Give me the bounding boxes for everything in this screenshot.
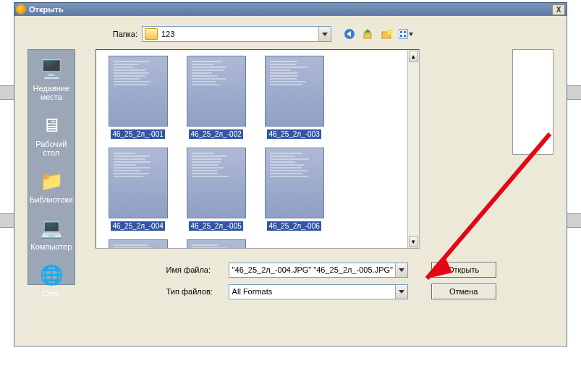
thumbnail-label: 46_25_2л_-004 (111, 221, 164, 231)
view-menu-button[interactable] (398, 26, 414, 42)
scroll-track[interactable] (408, 63, 419, 235)
folder-icon (145, 28, 158, 40)
new-folder-button[interactable] (379, 26, 395, 42)
file-thumbnail[interactable]: 46_25_2л_-004 (102, 148, 174, 231)
preview-pane (512, 49, 554, 155)
folder-dropdown-button[interactable] (318, 27, 331, 41)
svg-marker-13 (399, 268, 404, 272)
file-thumbnail[interactable]: 46_25_2л_-002 (180, 56, 253, 139)
thumbnail-image (187, 239, 246, 248)
scroll-down-button[interactable]: ▼ (409, 236, 418, 247)
svg-rect-11 (404, 35, 406, 37)
place-network[interactable]: 🌐 Сеть (28, 258, 75, 305)
place-label: Недавние места (30, 84, 73, 101)
desktop-icon: 🖥 (38, 113, 64, 137)
close-button[interactable]: X (552, 4, 565, 15)
thumbnail-image (187, 56, 246, 127)
filetype-label: Тип файлов: (166, 287, 229, 296)
thumbnail-image (109, 148, 168, 218)
recent-places-icon: 🖥️ (38, 57, 64, 82)
open-file-dialog: Открыть X Папка: 123 (14, 2, 567, 346)
place-label: Компьютер (30, 242, 73, 251)
svg-marker-0 (322, 33, 328, 36)
places-bar: 🖥️ Недавние места 🖥 Рабочий стол 📁 Библи… (27, 49, 75, 285)
folder-combo[interactable]: 123 (142, 26, 331, 42)
filetype-combo[interactable]: All Formats (229, 284, 408, 299)
up-icon (362, 28, 374, 40)
svg-rect-3 (364, 33, 371, 38)
thumbnail-image (109, 56, 168, 127)
file-thumbnail[interactable]: 46_25_2л_-005 (180, 148, 253, 231)
titlebar: Открыть X (14, 3, 567, 16)
scroll-up-button[interactable]: ▲ (409, 51, 418, 62)
svg-marker-14 (399, 290, 404, 294)
back-icon (343, 27, 356, 41)
folder-label: Папка: (107, 30, 142, 38)
file-list-pane: 46_25_2л_-00146_25_2л_-00246_25_2л_-0034… (96, 49, 420, 249)
cancel-button[interactable]: Отмена (431, 284, 496, 299)
svg-rect-8 (400, 31, 402, 33)
filetype-value: All Formats (229, 285, 395, 299)
thumbnail-label: 46_25_2л_-003 (267, 129, 321, 139)
app-icon (16, 4, 26, 14)
computer-icon: 💻 (38, 216, 64, 240)
filetype-dropdown-button[interactable] (395, 285, 407, 299)
folder-name: 123 (160, 30, 318, 38)
svg-marker-4 (364, 29, 371, 33)
thumbnail-label: 46_25_2л_-001 (111, 129, 164, 139)
place-label: Библиотеки (30, 195, 73, 204)
place-label: Рабочий стол (30, 140, 73, 157)
file-thumbnail[interactable]: 46_25_2л_-007 (102, 239, 174, 248)
thumbnail-image (187, 148, 246, 218)
filename-value: "46_25_2л_-004.JPG" "46_25_2л_-005.JPG" (229, 263, 395, 277)
scrollbar[interactable]: ▲ ▼ (407, 50, 419, 248)
thumbnail-image (109, 239, 168, 248)
svg-marker-12 (409, 33, 413, 36)
network-icon: 🌐 (38, 263, 64, 287)
open-button[interactable]: Открыть (431, 262, 496, 278)
view-menu-icon (399, 28, 413, 40)
file-thumbnail[interactable]: 46_25_2л_-006 (258, 148, 331, 231)
chevron-down-icon (322, 33, 328, 36)
place-label: Сеть (30, 289, 73, 298)
chevron-down-icon (399, 290, 404, 294)
place-desktop[interactable]: 🖥 Рабочий стол (28, 108, 75, 164)
thumbnail-image (265, 148, 324, 218)
place-recent[interactable]: 🖥️ Недавние места (28, 53, 75, 108)
filename-combo[interactable]: "46_25_2л_-004.JPG" "46_25_2л_-005.JPG" (229, 263, 408, 278)
place-libraries[interactable]: 📁 Библиотеки (28, 164, 75, 211)
svg-rect-9 (404, 31, 406, 33)
back-button[interactable] (342, 26, 357, 42)
svg-rect-10 (400, 35, 402, 37)
filename-label: Имя файла: (166, 265, 229, 274)
thumbnail-label: 46_25_2л_-002 (189, 129, 242, 139)
thumbnail-label: 46_25_2л_-006 (267, 221, 321, 231)
place-computer[interactable]: 💻 Компьютер (28, 211, 75, 258)
file-thumbnail[interactable]: 46_25_2л_-003 (258, 56, 331, 139)
file-thumbnail[interactable]: 46_25_2л_-008 (180, 239, 253, 248)
dialog-title: Открыть (29, 5, 552, 14)
thumbnail-image (265, 56, 324, 127)
new-folder-icon (381, 28, 393, 40)
svg-point-6 (387, 29, 393, 35)
libraries-icon: 📁 (38, 169, 64, 193)
thumbnail-label: 46_25_2л_-005 (189, 221, 242, 231)
filename-dropdown-button[interactable] (395, 263, 407, 277)
up-button[interactable] (360, 26, 376, 42)
svg-rect-7 (399, 30, 407, 38)
chevron-down-icon (399, 268, 404, 272)
file-thumbnail[interactable]: 46_25_2л_-001 (102, 56, 174, 139)
